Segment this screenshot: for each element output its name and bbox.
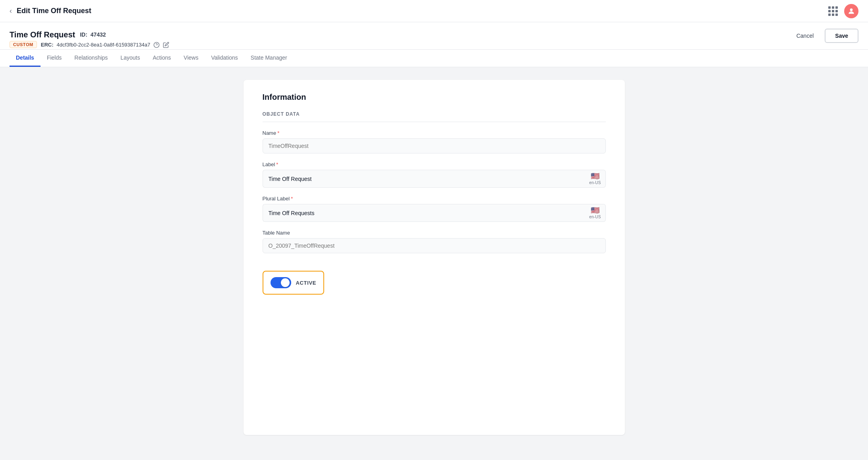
top-bar: ‹ Edit Time Off Request [0,0,868,22]
back-button[interactable]: ‹ [10,7,12,15]
table-name-input[interactable] [263,238,606,253]
apps-grid-icon[interactable] [828,6,838,16]
id-label: ID: [80,31,87,38]
label-field-label: Label * [263,161,606,167]
tab-state-manager[interactable]: State Manager [244,50,294,67]
erc-row: ERC: 4dcf3fb0-2cc2-8ea1-0a8f-6159387134a… [41,42,169,48]
active-toggle-container: ACTIVE [263,271,325,295]
label-required-star: * [276,161,278,167]
main-content: Information OBJECT DATA Name * Label * 🇺… [0,67,868,448]
section-divider [263,122,606,122]
plural-label-input[interactable] [263,204,585,222]
toggle-thumb [281,278,290,287]
active-toggle[interactable] [271,277,291,288]
cancel-button[interactable]: Cancel [790,29,820,42]
table-name-form-group: Table Name [263,230,606,253]
svg-point-0 [850,8,853,11]
record-id: ID: 47432 [80,31,106,38]
back-arrow-icon: ‹ [10,7,12,15]
tab-fields[interactable]: Fields [41,50,68,67]
tab-relationships[interactable]: Relationships [68,50,114,67]
plural-label-required-star: * [291,196,293,202]
tab-validations[interactable]: Validations [205,50,244,67]
record-header-right: Cancel Save [790,29,858,49]
name-form-group: Name * [263,130,606,153]
grid-dot [828,6,831,9]
edit-icon-button[interactable] [163,42,169,48]
plural-label-input-with-flag: 🇺🇸 en-US [263,204,606,222]
card-title: Information [263,93,606,102]
name-input[interactable] [263,138,606,153]
label-form-group: Label * 🇺🇸 en-US [263,161,606,188]
tab-details[interactable]: Details [10,50,41,67]
table-name-label: Table Name [263,230,606,236]
grid-dot [832,6,834,9]
grid-dot [828,14,831,16]
grid-dot [832,14,834,16]
grid-dot [835,6,838,9]
plural-label-flag-icon: 🇺🇸 [591,207,599,214]
grid-dot [828,10,831,12]
grid-dot [835,14,838,16]
id-value: 47432 [91,31,106,38]
tab-layouts[interactable]: Layouts [114,50,146,67]
label-locale-button[interactable]: 🇺🇸 en-US [585,170,606,188]
tab-actions[interactable]: Actions [146,50,177,67]
record-meta-row: CUSTOM ERC: 4dcf3fb0-2cc2-8ea1-0a8f-6159… [10,41,169,48]
custom-badge: CUSTOM [10,41,37,48]
information-card: Information OBJECT DATA Name * Label * 🇺… [244,80,625,435]
label-locale-label: en-US [589,181,601,185]
record-title: Time Off Request [10,30,75,39]
name-label: Name * [263,130,606,136]
label-input-with-flag: 🇺🇸 en-US [263,170,606,188]
section-label: OBJECT DATA [263,111,606,117]
save-button[interactable]: Save [825,29,858,43]
tab-views[interactable]: Views [177,50,205,67]
toggle-label: ACTIVE [296,280,317,286]
grid-dot [835,10,838,12]
plural-label-locale-label: en-US [589,215,601,219]
top-bar-right [828,4,858,18]
page-title: Edit Time Off Request [17,7,91,15]
top-bar-left: ‹ Edit Time Off Request [10,7,91,15]
erc-label: ERC: [41,42,54,48]
plural-label-locale-button[interactable]: 🇺🇸 en-US [585,204,606,222]
erc-value: 4dcf3fb0-2cc2-8ea1-0a8f-6159387134a7 [57,42,151,48]
user-avatar[interactable] [844,4,858,18]
record-title-row: Time Off Request ID: 47432 [10,30,169,39]
name-required-star: * [277,130,279,136]
grid-dot [832,10,834,12]
help-icon-button[interactable] [153,42,160,48]
plural-label-field-label: Plural Label * [263,196,606,202]
label-input[interactable] [263,170,585,188]
toggle-track [271,277,291,288]
plural-label-form-group: Plural Label * 🇺🇸 en-US [263,196,606,222]
record-header: Time Off Request ID: 47432 CUSTOM ERC: 4… [0,22,868,50]
label-flag-icon: 🇺🇸 [591,173,599,180]
tabs-row: Details Fields Relationships Layouts Act… [0,50,868,67]
record-header-left: Time Off Request ID: 47432 CUSTOM ERC: 4… [10,30,169,48]
